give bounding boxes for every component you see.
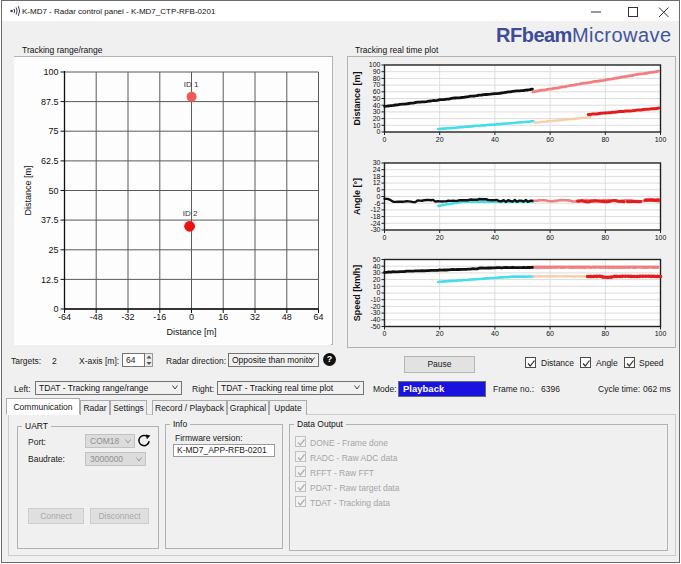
svg-text:Angle [°]: Angle [°] xyxy=(352,178,362,215)
svg-text:60: 60 xyxy=(546,330,554,337)
svg-text:0: 0 xyxy=(377,128,381,135)
svg-text:-30: -30 xyxy=(370,226,380,233)
svg-text:64: 64 xyxy=(313,312,323,322)
svg-text:40: 40 xyxy=(491,136,499,143)
svg-text:0: 0 xyxy=(383,136,387,143)
svg-text:20: 20 xyxy=(436,234,444,241)
svg-text:62.5: 62.5 xyxy=(41,156,59,166)
svg-text:100: 100 xyxy=(655,136,667,143)
svg-text:-48: -48 xyxy=(90,312,103,322)
svg-text:Distance [m]: Distance [m] xyxy=(166,327,216,337)
svg-text:ID 2: ID 2 xyxy=(183,209,198,218)
svg-text:20: 20 xyxy=(436,136,444,143)
svg-text:87.5: 87.5 xyxy=(41,97,59,107)
svg-text:-64: -64 xyxy=(58,312,71,322)
svg-text:48: 48 xyxy=(282,312,292,322)
svg-text:75: 75 xyxy=(48,126,58,136)
svg-text:-32: -32 xyxy=(121,312,134,322)
svg-text:16: 16 xyxy=(218,312,228,322)
svg-text:Distance [m]: Distance [m] xyxy=(352,71,362,125)
svg-text:0: 0 xyxy=(189,312,194,322)
svg-text:12.5: 12.5 xyxy=(41,275,59,285)
svg-text:20: 20 xyxy=(436,330,444,337)
svg-text:0: 0 xyxy=(383,234,387,241)
svg-text:100: 100 xyxy=(655,330,667,337)
svg-text:-16: -16 xyxy=(153,312,166,322)
svg-text:80: 80 xyxy=(601,234,609,241)
svg-text:-50: -50 xyxy=(370,323,380,330)
svg-text:40: 40 xyxy=(491,234,499,241)
svg-text:Speed [km/h]: Speed [km/h] xyxy=(352,265,362,322)
svg-text:100: 100 xyxy=(655,234,667,241)
svg-text:0: 0 xyxy=(383,330,387,337)
svg-text:37.5: 37.5 xyxy=(41,215,59,225)
svg-text:25: 25 xyxy=(48,245,58,255)
svg-text:Distance [m]: Distance [m] xyxy=(23,165,33,215)
svg-text:80: 80 xyxy=(601,330,609,337)
svg-text:50: 50 xyxy=(48,186,58,196)
svg-text:32: 32 xyxy=(250,312,260,322)
svg-text:60: 60 xyxy=(546,136,554,143)
svg-text:100: 100 xyxy=(43,67,58,77)
svg-text:80: 80 xyxy=(601,136,609,143)
svg-text:40: 40 xyxy=(491,330,499,337)
svg-text:ID 1: ID 1 xyxy=(184,80,199,89)
svg-text:60: 60 xyxy=(546,234,554,241)
